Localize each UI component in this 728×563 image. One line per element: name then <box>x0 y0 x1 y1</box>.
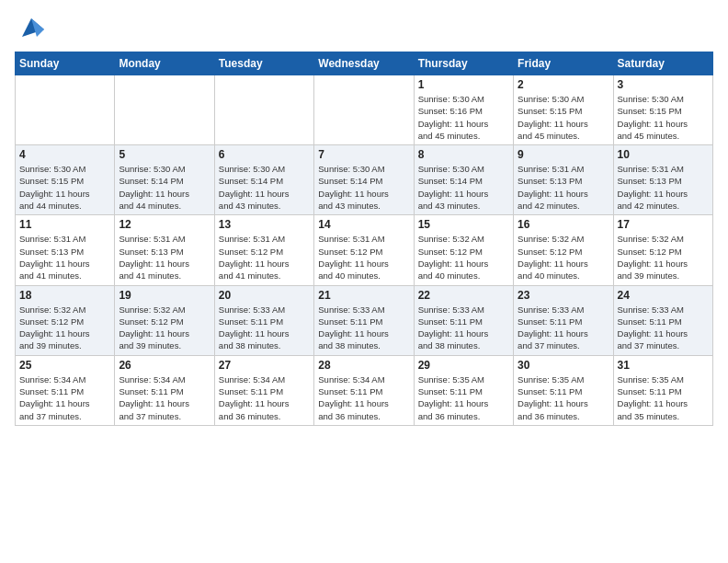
weekday-header-sunday: Sunday <box>16 52 115 75</box>
day-info: Sunrise: 5:34 AM Sunset: 5:11 PM Dayligh… <box>19 373 110 422</box>
weekday-header-monday: Monday <box>115 52 214 75</box>
day-info: Sunrise: 5:30 AM Sunset: 5:15 PM Dayligh… <box>19 163 110 212</box>
day-info: Sunrise: 5:30 AM Sunset: 5:14 PM Dayligh… <box>418 163 509 212</box>
calendar-week-row: 18Sunrise: 5:32 AM Sunset: 5:12 PM Dayli… <box>16 285 713 355</box>
day-info: Sunrise: 5:34 AM Sunset: 5:11 PM Dayligh… <box>119 373 210 422</box>
day-number: 1 <box>418 78 509 91</box>
page: SundayMondayTuesdayWednesdayThursdayFrid… <box>0 0 728 563</box>
calendar-cell: 23Sunrise: 5:33 AM Sunset: 5:11 PM Dayli… <box>514 285 613 355</box>
calendar-cell: 9Sunrise: 5:31 AM Sunset: 5:13 PM Daylig… <box>514 145 613 215</box>
day-info: Sunrise: 5:30 AM Sunset: 5:14 PM Dayligh… <box>318 163 409 212</box>
calendar-cell: 3Sunrise: 5:30 AM Sunset: 5:15 PM Daylig… <box>613 75 712 145</box>
day-info: Sunrise: 5:30 AM Sunset: 5:16 PM Dayligh… <box>418 93 509 142</box>
calendar-cell: 22Sunrise: 5:33 AM Sunset: 5:11 PM Dayli… <box>414 285 513 355</box>
day-info: Sunrise: 5:33 AM Sunset: 5:11 PM Dayligh… <box>318 304 409 352</box>
day-info: Sunrise: 5:32 AM Sunset: 5:12 PM Dayligh… <box>518 233 609 282</box>
day-number: 4 <box>19 148 110 161</box>
day-info: Sunrise: 5:30 AM Sunset: 5:14 PM Dayligh… <box>219 163 310 212</box>
day-info: Sunrise: 5:35 AM Sunset: 5:11 PM Dayligh… <box>618 373 709 422</box>
day-number: 6 <box>219 148 310 161</box>
header <box>15 15 713 40</box>
day-info: Sunrise: 5:32 AM Sunset: 5:12 PM Dayligh… <box>418 233 509 282</box>
day-number: 8 <box>418 148 509 161</box>
logo <box>15 15 44 40</box>
calendar-cell: 30Sunrise: 5:35 AM Sunset: 5:11 PM Dayli… <box>514 355 613 425</box>
weekday-header-saturday: Saturday <box>613 52 712 75</box>
weekday-header-thursday: Thursday <box>414 52 513 75</box>
calendar-cell: 14Sunrise: 5:31 AM Sunset: 5:12 PM Dayli… <box>314 215 414 285</box>
day-number: 17 <box>618 218 709 231</box>
day-number: 30 <box>518 359 609 372</box>
day-info: Sunrise: 5:33 AM Sunset: 5:11 PM Dayligh… <box>618 304 709 352</box>
day-number: 29 <box>418 359 509 372</box>
calendar-cell: 25Sunrise: 5:34 AM Sunset: 5:11 PM Dayli… <box>16 355 115 425</box>
day-info: Sunrise: 5:30 AM Sunset: 5:14 PM Dayligh… <box>119 163 210 212</box>
calendar-cell: 13Sunrise: 5:31 AM Sunset: 5:12 PM Dayli… <box>214 215 313 285</box>
logo-icon <box>18 15 44 40</box>
day-info: Sunrise: 5:30 AM Sunset: 5:15 PM Dayligh… <box>618 93 709 142</box>
day-info: Sunrise: 5:32 AM Sunset: 5:12 PM Dayligh… <box>119 304 210 352</box>
calendar-cell: 4Sunrise: 5:30 AM Sunset: 5:15 PM Daylig… <box>16 145 115 215</box>
calendar-cell: 6Sunrise: 5:30 AM Sunset: 5:14 PM Daylig… <box>214 145 313 215</box>
calendar-cell: 18Sunrise: 5:32 AM Sunset: 5:12 PM Dayli… <box>16 285 115 355</box>
day-number: 7 <box>318 148 409 161</box>
day-info: Sunrise: 5:33 AM Sunset: 5:11 PM Dayligh… <box>219 304 310 352</box>
day-number: 28 <box>318 359 409 372</box>
calendar-cell: 31Sunrise: 5:35 AM Sunset: 5:11 PM Dayli… <box>613 355 712 425</box>
day-number: 18 <box>19 289 110 302</box>
day-number: 5 <box>119 148 210 161</box>
day-number: 31 <box>618 359 709 372</box>
calendar-cell: 2Sunrise: 5:30 AM Sunset: 5:15 PM Daylig… <box>514 75 613 145</box>
day-info: Sunrise: 5:35 AM Sunset: 5:11 PM Dayligh… <box>418 373 509 422</box>
day-info: Sunrise: 5:31 AM Sunset: 5:13 PM Dayligh… <box>119 233 210 282</box>
calendar-cell: 8Sunrise: 5:30 AM Sunset: 5:14 PM Daylig… <box>414 145 513 215</box>
day-info: Sunrise: 5:32 AM Sunset: 5:12 PM Dayligh… <box>618 233 709 282</box>
calendar-cell: 10Sunrise: 5:31 AM Sunset: 5:13 PM Dayli… <box>613 145 712 215</box>
calendar-cell: 21Sunrise: 5:33 AM Sunset: 5:11 PM Dayli… <box>314 285 414 355</box>
day-number: 23 <box>518 289 609 302</box>
day-info: Sunrise: 5:31 AM Sunset: 5:13 PM Dayligh… <box>19 233 110 282</box>
day-number: 21 <box>318 289 409 302</box>
day-number: 20 <box>219 289 310 302</box>
calendar-cell: 29Sunrise: 5:35 AM Sunset: 5:11 PM Dayli… <box>414 355 513 425</box>
weekday-header-tuesday: Tuesday <box>214 52 313 75</box>
day-info: Sunrise: 5:33 AM Sunset: 5:11 PM Dayligh… <box>518 304 609 352</box>
calendar-cell: 20Sunrise: 5:33 AM Sunset: 5:11 PM Dayli… <box>214 285 313 355</box>
calendar-cell: 11Sunrise: 5:31 AM Sunset: 5:13 PM Dayli… <box>16 215 115 285</box>
calendar-week-row: 11Sunrise: 5:31 AM Sunset: 5:13 PM Dayli… <box>16 215 713 285</box>
day-info: Sunrise: 5:32 AM Sunset: 5:12 PM Dayligh… <box>19 304 110 352</box>
weekday-header-wednesday: Wednesday <box>314 52 414 75</box>
calendar-cell: 16Sunrise: 5:32 AM Sunset: 5:12 PM Dayli… <box>514 215 613 285</box>
calendar-week-row: 1Sunrise: 5:30 AM Sunset: 5:16 PM Daylig… <box>16 75 713 145</box>
day-number: 15 <box>418 218 509 231</box>
calendar-cell: 28Sunrise: 5:34 AM Sunset: 5:11 PM Dayli… <box>314 355 414 425</box>
calendar-week-row: 4Sunrise: 5:30 AM Sunset: 5:15 PM Daylig… <box>16 145 713 215</box>
calendar-cell <box>115 75 214 145</box>
calendar-cell: 27Sunrise: 5:34 AM Sunset: 5:11 PM Dayli… <box>214 355 313 425</box>
day-info: Sunrise: 5:33 AM Sunset: 5:11 PM Dayligh… <box>418 304 509 352</box>
day-info: Sunrise: 5:30 AM Sunset: 5:15 PM Dayligh… <box>518 93 609 142</box>
calendar-cell: 19Sunrise: 5:32 AM Sunset: 5:12 PM Dayli… <box>115 285 214 355</box>
day-number: 13 <box>219 218 310 231</box>
calendar-cell <box>16 75 115 145</box>
calendar-cell: 24Sunrise: 5:33 AM Sunset: 5:11 PM Dayli… <box>613 285 712 355</box>
calendar-table: SundayMondayTuesdayWednesdayThursdayFrid… <box>15 52 713 426</box>
weekday-header-row: SundayMondayTuesdayWednesdayThursdayFrid… <box>16 52 713 75</box>
day-number: 10 <box>618 148 709 161</box>
day-number: 2 <box>518 78 609 91</box>
calendar-cell: 12Sunrise: 5:31 AM Sunset: 5:13 PM Dayli… <box>115 215 214 285</box>
calendar-cell <box>214 75 313 145</box>
day-number: 27 <box>219 359 310 372</box>
calendar-cell: 5Sunrise: 5:30 AM Sunset: 5:14 PM Daylig… <box>115 145 214 215</box>
day-info: Sunrise: 5:34 AM Sunset: 5:11 PM Dayligh… <box>318 373 409 422</box>
calendar-cell: 1Sunrise: 5:30 AM Sunset: 5:16 PM Daylig… <box>414 75 513 145</box>
day-number: 25 <box>19 359 110 372</box>
calendar-week-row: 25Sunrise: 5:34 AM Sunset: 5:11 PM Dayli… <box>16 355 713 425</box>
day-info: Sunrise: 5:31 AM Sunset: 5:12 PM Dayligh… <box>219 233 310 282</box>
day-info: Sunrise: 5:35 AM Sunset: 5:11 PM Dayligh… <box>518 373 609 422</box>
calendar-cell: 15Sunrise: 5:32 AM Sunset: 5:12 PM Dayli… <box>414 215 513 285</box>
calendar-cell: 7Sunrise: 5:30 AM Sunset: 5:14 PM Daylig… <box>314 145 414 215</box>
day-number: 26 <box>119 359 210 372</box>
calendar-cell: 26Sunrise: 5:34 AM Sunset: 5:11 PM Dayli… <box>115 355 214 425</box>
day-number: 22 <box>418 289 509 302</box>
